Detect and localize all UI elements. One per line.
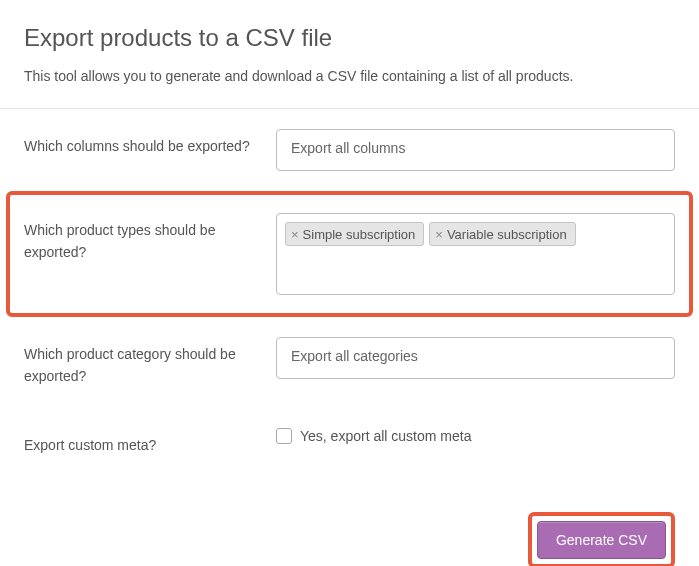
columns-label: Which columns should be exported? xyxy=(24,129,260,157)
category-row: Which product category should be exporte… xyxy=(24,317,675,408)
page-title: Export products to a CSV file xyxy=(24,24,675,52)
custom-meta-row: Export custom meta? Yes, export all cust… xyxy=(24,408,675,476)
actions-row: Generate CSV xyxy=(24,512,675,566)
custom-meta-checkbox-label: Yes, export all custom meta xyxy=(300,428,471,444)
page-description: This tool allows you to generate and dow… xyxy=(24,68,675,84)
custom-meta-checkbox[interactable] xyxy=(276,428,292,444)
columns-row: Which columns should be exported? Export… xyxy=(24,109,675,191)
product-types-label: Which product types should be exported? xyxy=(24,213,260,264)
category-label: Which product category should be exporte… xyxy=(24,337,260,388)
tag-variable-subscription[interactable]: × Variable subscription xyxy=(429,222,575,246)
generate-csv-button[interactable]: Generate CSV xyxy=(537,521,666,559)
category-select[interactable]: Export all categories xyxy=(276,337,675,379)
product-types-input[interactable]: × Simple subscription × Variable subscri… xyxy=(276,213,675,295)
close-icon[interactable]: × xyxy=(435,227,443,242)
custom-meta-label: Export custom meta? xyxy=(24,428,260,456)
columns-select[interactable]: Export all columns xyxy=(276,129,675,171)
close-icon[interactable]: × xyxy=(291,227,299,242)
tag-simple-subscription[interactable]: × Simple subscription xyxy=(285,222,424,246)
generate-highlight: Generate CSV xyxy=(528,512,675,566)
tag-label: Simple subscription xyxy=(303,227,416,242)
tag-label: Variable subscription xyxy=(447,227,567,242)
product-types-row: Which product types should be exported? … xyxy=(6,191,693,317)
